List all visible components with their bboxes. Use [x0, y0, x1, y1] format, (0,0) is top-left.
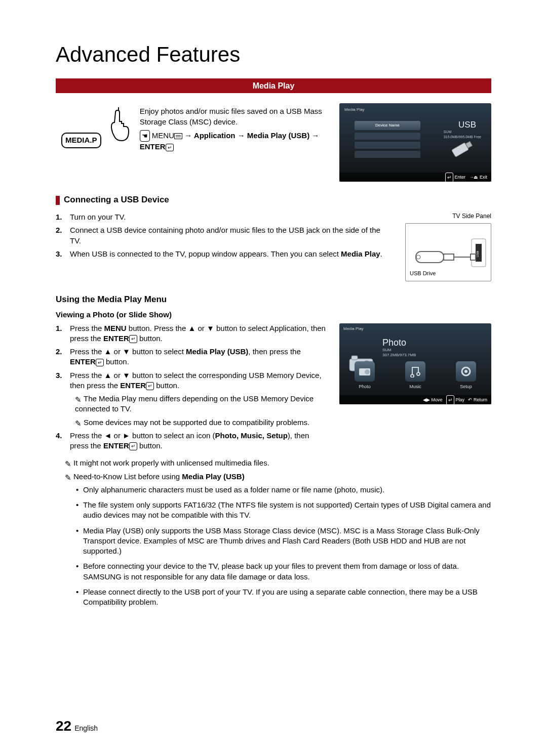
note-icon: ✎ — [75, 418, 82, 429]
music-icon-cell: Music — [398, 361, 433, 390]
move-icon: ◀▶ — [423, 397, 430, 402]
setup-icon-cell: Setup — [448, 361, 484, 390]
list-item: Please connect directly to the USB port … — [76, 587, 491, 608]
tv-side-panel: TV Side Panel USB USB Drive — [405, 212, 491, 281]
need-to-know-list: Only alphanumeric characters must be use… — [76, 485, 491, 608]
exit-icon: →⏏ — [469, 175, 478, 180]
side-panel-illustration: USB USB Drive — [405, 223, 491, 281]
mediap-button: MEDIA.P — [61, 133, 101, 148]
intro-desc: Enjoy photos and/or music files saved on… — [140, 106, 329, 127]
hand-icon — [103, 105, 134, 143]
viewing-row: 1.Press the MENU button. Press the ▲ or … — [56, 323, 491, 454]
list-item: 3.When USB is connected to the TV, popup… — [56, 249, 393, 259]
using-head: Using the Media Play Menu — [56, 294, 491, 306]
intro-path: ☚ MENU → Application → Media Play (USB) … — [140, 130, 329, 152]
list-item: 4.Press the ◄ or ► button to select an i… — [56, 431, 327, 451]
device-name-field: Device Name — [355, 121, 420, 130]
section-bar: Media Play — [56, 78, 491, 94]
remote-button-illustration: MEDIA.P — [61, 106, 134, 166]
device-row — [355, 142, 420, 149]
list-item: Only alphanumeric characters must be use… — [76, 485, 491, 495]
usb-stick-icon — [448, 138, 476, 160]
return-icon: ↶ — [468, 397, 472, 402]
intro-row: MEDIA.P Enjoy photos and/or music files … — [56, 103, 491, 182]
hand-small-icon: ☚ — [140, 130, 150, 142]
photo-icon — [355, 361, 375, 382]
svg-rect-11 — [351, 356, 358, 360]
note-item: ✎Some devices may not be supported due t… — [75, 417, 327, 428]
music-icon — [405, 361, 425, 382]
connect-steps: 1.Turn on your TV. 2.Connect a USB devic… — [56, 212, 393, 281]
page-number: 22 — [56, 718, 71, 734]
enter-icon: ↵ — [445, 173, 453, 183]
device-row — [355, 151, 420, 158]
enter-icon: ↵ — [166, 144, 174, 152]
list-item: Media Play (USB) only supports the USB M… — [76, 526, 491, 557]
page-title: Advanced Features — [56, 40, 491, 69]
photo-title: Photo — [382, 337, 406, 349]
photo-icon-cell: Photo — [347, 361, 382, 390]
icons-row: Photo Music Setup — [339, 361, 491, 390]
tv-header: Media Play — [343, 326, 364, 332]
enter-icon: ↵ — [96, 359, 104, 367]
svg-point-15 — [464, 370, 467, 373]
svg-rect-7 — [471, 254, 476, 260]
tv-header: Media Play — [344, 107, 365, 113]
photo-screen: Media Play Photo SUM307.2MB/973.7MB Phot… — [339, 323, 491, 454]
list-item: 2.Connect a USB device containing photo … — [56, 225, 393, 246]
tv-side-panel-label: TV Side Panel — [405, 212, 491, 220]
note-icon: ✎ — [65, 459, 71, 469]
viewing-head: Viewing a Photo (or Slide Show) — [56, 310, 491, 320]
setup-icon — [456, 361, 476, 382]
usb-screen: Media Play Device Name USB SUM315.0MB/99… — [339, 103, 491, 182]
list-item: Before connecting your device to the TV,… — [76, 561, 491, 582]
list-item: 1.Press the MENU button. Press the ▲ or … — [56, 323, 327, 344]
tv-footer: ↵ Enter →⏏ Exit — [339, 173, 491, 182]
viewing-steps: 1.Press the MENU button. Press the ▲ or … — [56, 323, 327, 454]
global-note: ✎It might not work properly with unlicen… — [65, 458, 491, 468]
svg-point-8 — [416, 255, 420, 259]
menu-icon — [174, 133, 182, 139]
page-lang: English — [74, 724, 98, 732]
intro-left: MEDIA.P Enjoy photos and/or music files … — [56, 103, 329, 182]
note-icon: ✎ — [75, 395, 82, 405]
list-item: 3.Press the ▲ or ▼ button to select the … — [56, 370, 327, 391]
head-bar — [56, 196, 60, 205]
svg-point-13 — [365, 369, 370, 374]
svg-text:USB: USB — [476, 251, 479, 257]
intro-text: Enjoy photos and/or music files saved on… — [140, 106, 329, 166]
photo-sub: SUM307.2MB/973.7MB — [382, 348, 416, 359]
tv-footer: ◀▶ Move ↵ Play ↶ Return — [339, 395, 491, 404]
note-icon: ✎ — [65, 473, 71, 483]
note-item: ✎The Media Play menu differs depending o… — [75, 394, 327, 414]
enter-icon: ↵ — [129, 442, 137, 450]
tv-mock-usb: Media Play Device Name USB SUM315.0MB/99… — [339, 103, 491, 182]
tv-mock-photo: Media Play Photo SUM307.2MB/973.7MB Phot… — [339, 323, 491, 404]
global-note: ✎Need-to-Know List before using Media Pl… — [65, 472, 491, 482]
page-footer: 22English — [56, 717, 98, 736]
device-row — [355, 133, 420, 140]
connect-head: Connecting a USB Device — [56, 194, 491, 206]
list-item: 1.Turn on your TV. — [56, 212, 393, 222]
usb-drive-label: USB Drive — [410, 270, 436, 277]
list-item: 2.Press the ▲ or ▼ button to select Medi… — [56, 347, 327, 367]
enter-icon: ↵ — [446, 395, 454, 405]
enter-icon: ↵ — [129, 335, 137, 343]
enter-icon: ↵ — [146, 382, 154, 390]
connect-content: 1.Turn on your TV. 2.Connect a USB devic… — [56, 212, 491, 281]
svg-rect-6 — [444, 254, 454, 260]
list-item: The file system only supports FAT16/32 (… — [76, 500, 491, 521]
